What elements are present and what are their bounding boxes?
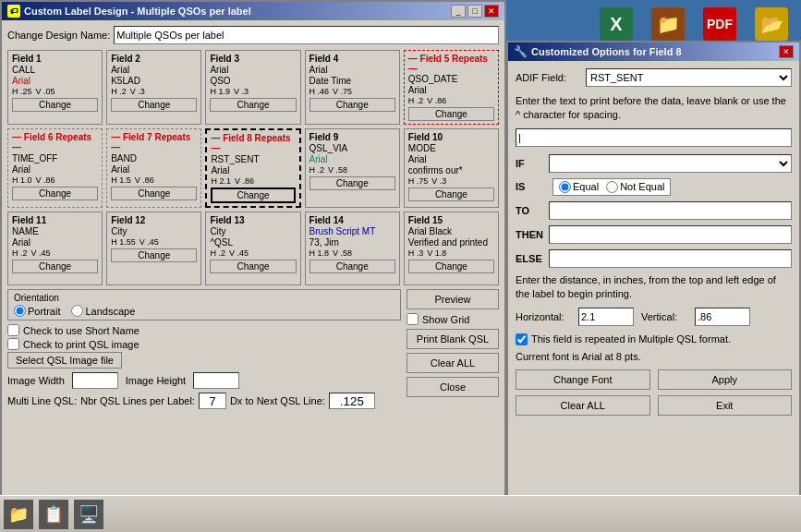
landscape-radio[interactable] [71,305,83,317]
horizontal-input[interactable] [578,308,634,326]
field-8-title: ― Field 8 Repeats ― [211,133,295,153]
field-9-font: Arial [309,154,395,164]
field-14-coords: H 1.8V .58 [309,248,395,258]
nbr-qsl-input[interactable] [199,393,226,409]
field-3-coords: H 1.9V .3 [210,87,296,96]
landscape-text: Landscape [85,306,135,317]
field-1-title: Field 1 [12,54,98,64]
not-equal-label[interactable]: Not Equal [606,181,664,193]
equal-notequal-group: Equal Not Equal [552,178,671,196]
equal-radio[interactable] [559,181,571,193]
field-6-change-button[interactable]: Change [12,187,98,200]
field-11-change-button[interactable]: Change [12,260,98,273]
design-name-input[interactable] [114,26,499,44]
print-blank-button[interactable]: Print Blank QSL [407,329,499,349]
field-8-change-button[interactable]: Change [211,187,295,203]
field-11-box: Field 11 NAME Arial H .2V .45 Change [7,212,103,285]
field-2-change-button[interactable]: Change [111,98,197,112]
taskbar: 📁 📋 🖥️ [0,495,801,532]
field-1-coords: H .25V .05 [12,87,98,96]
field-7-change-button[interactable]: Change [111,187,197,200]
exit-button[interactable]: Exit [658,395,793,416]
equal-label[interactable]: Equal [559,181,599,193]
landscape-label[interactable]: Landscape [71,305,135,317]
field-12-change-button[interactable]: Change [111,248,197,262]
field-5-change-button[interactable]: Change [408,107,494,121]
image-width-label: Image Width [7,375,65,386]
else-label: ELSE [516,253,545,264]
vertical-label: Vertical: [641,311,687,322]
field-15-coords: H .3V 1.8 [408,248,494,258]
field-13-subname: ^QSL [210,237,296,248]
repeated-label: This field is repeated in Multiple QSL f… [531,333,731,345]
field-4-change-button[interactable]: Change [309,98,395,112]
not-equal-radio[interactable] [606,181,618,193]
show-grid-checkbox[interactable] [407,313,419,325]
field-15-title: Field 15 [408,215,494,225]
field-14-change-button[interactable]: Change [309,260,395,273]
field-3-font: Arial [210,65,296,75]
image-height-input[interactable] [193,372,239,389]
field-14-subname: 73, Jim [309,237,395,248]
design-name-label: Change Design Name: [7,30,110,41]
short-name-checkbox[interactable] [7,324,19,336]
text-before-input[interactable] [516,128,792,147]
minimize-button[interactable]: _ [451,5,466,18]
print-qsl-checkbox[interactable] [7,338,19,350]
field-10-change-button[interactable]: Change [408,187,494,201]
select-qsl-button[interactable]: Select QSL Image file [7,352,122,369]
then-row: THEN [516,225,792,244]
is-row: IS Equal Not Equal [516,178,792,196]
field-12-title: Field 12 [111,215,197,225]
clear-all-button[interactable]: Clear ALL [407,353,499,373]
field-9-change-button[interactable]: Change [309,176,395,190]
taskbar-icon-1[interactable]: 📁 [4,500,33,529]
custom-window-icon: 🔧 [514,45,528,58]
close-button[interactable]: ✕ [484,5,499,18]
then-input[interactable] [549,225,792,244]
folder-desktop-icon[interactable]: 📂 [749,7,794,42]
field-3-change-button[interactable]: Change [210,98,296,112]
if-select[interactable] [549,154,792,173]
portrait-radio[interactable] [14,305,26,317]
excel-desktop-icon[interactable]: X [594,7,638,42]
close-button-main[interactable]: Close [407,377,499,397]
field-4-title: Field 4 [309,54,395,64]
field-1-font: Arial [12,76,98,86]
orientation-group: Orientation Portrait Landscape [7,289,401,320]
file-desktop-icon[interactable]: 📁 [646,7,690,42]
field-5-coords: H .2V .86 [408,96,494,105]
vertical-input[interactable] [695,308,750,326]
field-8-name: RST_SENT [211,154,295,164]
custom-close-button[interactable]: ✕ [779,45,794,58]
image-height-label: Image Height [126,375,186,386]
else-input[interactable] [549,249,792,268]
apply-button[interactable]: Apply [658,369,793,390]
custom-clear-all-button[interactable]: Clear ALL [516,395,650,416]
taskbar-icon-3[interactable]: 🖥️ [74,500,103,529]
field-7-name: BAND [111,153,197,163]
adif-select[interactable]: RST_SENT [586,68,792,87]
image-width-input[interactable] [72,372,118,389]
pdf-desktop-icon[interactable]: PDF [698,7,742,42]
field-13-change-button[interactable]: Change [210,260,296,273]
fields-row-1: Field 1 CALL Arial H .25V .05 Change Fie… [7,50,499,125]
show-grid-label: Show Grid [422,314,469,325]
field-7-box: ― Field 7 Repeats ― BAND Arial H 1.5V .8… [106,128,201,208]
portrait-label[interactable]: Portrait [14,305,60,317]
to-input[interactable] [549,201,792,220]
main-window: 🏷 Custom Label Design - Multiple QSOs pe… [0,0,506,532]
repeated-checkbox[interactable] [516,333,528,345]
field-13-box: Field 13 City ^QSL H .2V .45 Change [205,212,300,285]
field-12-box: Field 12 City H 1.55V .45 Change [106,212,201,285]
field-1-change-button[interactable]: Change [12,98,98,112]
dx-input[interactable] [329,393,375,409]
custom-titlebar: 🔧 Customized Options for Field 8 ✕ [508,42,799,61]
maximize-button[interactable]: □ [467,5,482,18]
print-qsl-label: Check to print QSL image [23,339,140,350]
taskbar-icon-2[interactable]: 📋 [39,500,68,529]
field-13-coords: H .2V .45 [210,248,296,258]
change-font-button[interactable]: Change Font [516,369,650,390]
preview-button[interactable]: Preview [407,289,499,309]
field-15-change-button[interactable]: Change [408,260,494,273]
